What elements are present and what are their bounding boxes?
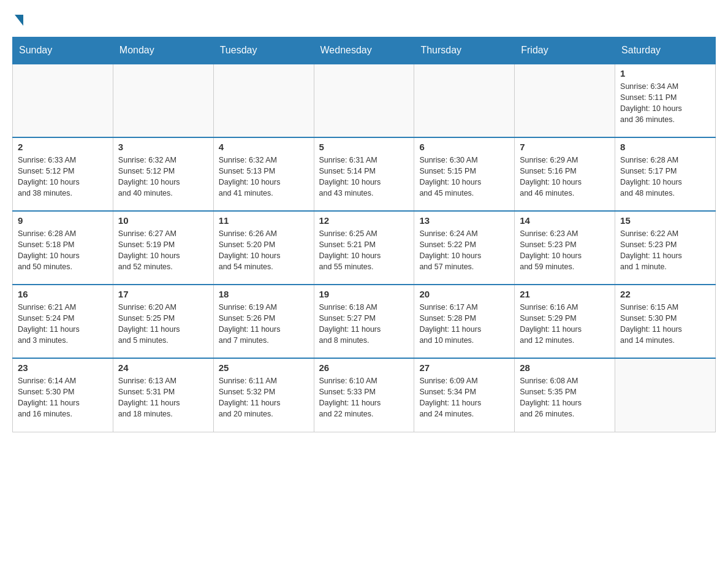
- calendar-cell: 14Sunrise: 6:23 AM Sunset: 5:23 PM Dayli…: [515, 211, 615, 285]
- calendar-week-5: 23Sunrise: 6:14 AM Sunset: 5:30 PM Dayli…: [13, 358, 716, 432]
- calendar-cell: 6Sunrise: 6:30 AM Sunset: 5:15 PM Daylig…: [414, 137, 515, 211]
- day-info: Sunrise: 6:32 AM Sunset: 5:13 PM Dayligh…: [219, 155, 309, 199]
- day-number: 11: [219, 215, 309, 226]
- day-number: 5: [319, 142, 409, 152]
- calendar-cell: 4Sunrise: 6:32 AM Sunset: 5:13 PM Daylig…: [213, 137, 314, 211]
- day-info: Sunrise: 6:32 AM Sunset: 5:12 PM Dayligh…: [118, 155, 208, 199]
- day-info: Sunrise: 6:13 AM Sunset: 5:31 PM Dayligh…: [118, 375, 208, 420]
- calendar-cell: [113, 64, 213, 137]
- day-info: Sunrise: 6:10 AM Sunset: 5:33 PM Dayligh…: [319, 375, 409, 420]
- day-header-sunday: Sunday: [13, 37, 113, 64]
- day-number: 14: [520, 215, 610, 226]
- day-info: Sunrise: 6:33 AM Sunset: 5:12 PM Dayligh…: [18, 155, 108, 199]
- calendar-cell: 24Sunrise: 6:13 AM Sunset: 5:31 PM Dayli…: [113, 358, 213, 432]
- calendar-cell: 10Sunrise: 6:27 AM Sunset: 5:19 PM Dayli…: [113, 211, 213, 285]
- calendar-cell: 22Sunrise: 6:15 AM Sunset: 5:30 PM Dayli…: [615, 285, 716, 358]
- day-number: 26: [319, 362, 409, 373]
- calendar-cell: 16Sunrise: 6:21 AM Sunset: 5:24 PM Dayli…: [13, 285, 113, 358]
- day-info: Sunrise: 6:24 AM Sunset: 5:22 PM Dayligh…: [419, 228, 509, 273]
- calendar-cell: 12Sunrise: 6:25 AM Sunset: 5:21 PM Dayli…: [314, 211, 414, 285]
- day-info: Sunrise: 6:14 AM Sunset: 5:30 PM Dayligh…: [18, 375, 108, 420]
- day-number: 3: [118, 142, 208, 152]
- calendar-cell: 5Sunrise: 6:31 AM Sunset: 5:14 PM Daylig…: [314, 137, 414, 211]
- calendar-cell: 19Sunrise: 6:18 AM Sunset: 5:27 PM Dayli…: [314, 285, 414, 358]
- day-info: Sunrise: 6:20 AM Sunset: 5:25 PM Dayligh…: [118, 302, 208, 347]
- calendar-cell: 9Sunrise: 6:28 AM Sunset: 5:18 PM Daylig…: [13, 211, 113, 285]
- calendar-cell: [213, 64, 314, 137]
- day-number: 15: [620, 215, 710, 226]
- day-info: Sunrise: 6:21 AM Sunset: 5:24 PM Dayligh…: [18, 302, 108, 347]
- calendar-week-4: 16Sunrise: 6:21 AM Sunset: 5:24 PM Dayli…: [13, 285, 716, 358]
- calendar-cell: 28Sunrise: 6:08 AM Sunset: 5:35 PM Dayli…: [515, 358, 615, 432]
- day-info: Sunrise: 6:28 AM Sunset: 5:17 PM Dayligh…: [620, 155, 710, 199]
- day-number: 25: [219, 362, 309, 373]
- calendar-cell: [414, 64, 515, 137]
- calendar-cell: 7Sunrise: 6:29 AM Sunset: 5:16 PM Daylig…: [515, 137, 615, 211]
- calendar-cell: 2Sunrise: 6:33 AM Sunset: 5:12 PM Daylig…: [13, 137, 113, 211]
- day-header-monday: Monday: [113, 37, 213, 64]
- day-header-wednesday: Wednesday: [314, 37, 414, 64]
- day-info: Sunrise: 6:26 AM Sunset: 5:20 PM Dayligh…: [219, 228, 309, 273]
- day-header-friday: Friday: [515, 37, 615, 64]
- day-info: Sunrise: 6:22 AM Sunset: 5:23 PM Dayligh…: [620, 228, 710, 273]
- day-number: 23: [18, 362, 108, 373]
- day-info: Sunrise: 6:28 AM Sunset: 5:18 PM Dayligh…: [18, 228, 108, 273]
- day-number: 9: [18, 215, 108, 226]
- calendar-cell: [515, 64, 615, 137]
- day-number: 24: [118, 362, 208, 373]
- calendar-body: 1Sunrise: 6:34 AM Sunset: 5:11 PM Daylig…: [13, 64, 716, 432]
- day-number: 20: [419, 289, 509, 299]
- day-header-saturday: Saturday: [615, 37, 716, 64]
- day-info: Sunrise: 6:17 AM Sunset: 5:28 PM Dayligh…: [419, 302, 509, 347]
- calendar-cell: 17Sunrise: 6:20 AM Sunset: 5:25 PM Dayli…: [113, 285, 213, 358]
- day-number: 8: [620, 142, 710, 152]
- day-number: 7: [520, 142, 610, 152]
- calendar-cell: 23Sunrise: 6:14 AM Sunset: 5:30 PM Dayli…: [13, 358, 113, 432]
- calendar-week-1: 1Sunrise: 6:34 AM Sunset: 5:11 PM Daylig…: [13, 64, 716, 137]
- calendar-week-3: 9Sunrise: 6:28 AM Sunset: 5:18 PM Daylig…: [13, 211, 716, 285]
- calendar-cell: 20Sunrise: 6:17 AM Sunset: 5:28 PM Dayli…: [414, 285, 515, 358]
- day-info: Sunrise: 6:31 AM Sunset: 5:14 PM Dayligh…: [319, 155, 409, 199]
- day-info: Sunrise: 6:18 AM Sunset: 5:27 PM Dayligh…: [319, 302, 409, 347]
- logo-arrow-icon: [15, 15, 23, 26]
- day-info: Sunrise: 6:34 AM Sunset: 5:11 PM Dayligh…: [620, 81, 710, 126]
- day-number: 12: [319, 215, 409, 226]
- day-number: 13: [419, 215, 509, 226]
- calendar-cell: 27Sunrise: 6:09 AM Sunset: 5:34 PM Dayli…: [414, 358, 515, 432]
- logo: [12, 12, 23, 25]
- day-number: 27: [419, 362, 509, 373]
- day-info: Sunrise: 6:19 AM Sunset: 5:26 PM Dayligh…: [219, 302, 309, 347]
- day-number: 22: [620, 289, 710, 299]
- day-info: Sunrise: 6:29 AM Sunset: 5:16 PM Dayligh…: [520, 155, 610, 199]
- day-number: 28: [520, 362, 610, 373]
- calendar-cell: [314, 64, 414, 137]
- day-info: Sunrise: 6:16 AM Sunset: 5:29 PM Dayligh…: [520, 302, 610, 347]
- calendar-table: SundayMondayTuesdayWednesdayThursdayFrid…: [12, 37, 716, 432]
- day-info: Sunrise: 6:11 AM Sunset: 5:32 PM Dayligh…: [219, 375, 309, 420]
- day-number: 6: [419, 142, 509, 152]
- calendar-cell: 8Sunrise: 6:28 AM Sunset: 5:17 PM Daylig…: [615, 137, 716, 211]
- day-number: 4: [219, 142, 309, 152]
- calendar-header: SundayMondayTuesdayWednesdayThursdayFrid…: [13, 37, 716, 64]
- day-info: Sunrise: 6:15 AM Sunset: 5:30 PM Dayligh…: [620, 302, 710, 347]
- day-info: Sunrise: 6:23 AM Sunset: 5:23 PM Dayligh…: [520, 228, 610, 273]
- calendar-cell: 26Sunrise: 6:10 AM Sunset: 5:33 PM Dayli…: [314, 358, 414, 432]
- days-of-week-row: SundayMondayTuesdayWednesdayThursdayFrid…: [13, 37, 716, 64]
- day-header-tuesday: Tuesday: [213, 37, 314, 64]
- calendar-cell: 21Sunrise: 6:16 AM Sunset: 5:29 PM Dayli…: [515, 285, 615, 358]
- day-number: 16: [18, 289, 108, 299]
- calendar-cell: 13Sunrise: 6:24 AM Sunset: 5:22 PM Dayli…: [414, 211, 515, 285]
- calendar-cell: 3Sunrise: 6:32 AM Sunset: 5:12 PM Daylig…: [113, 137, 213, 211]
- day-number: 2: [18, 142, 108, 152]
- day-number: 18: [219, 289, 309, 299]
- day-info: Sunrise: 6:27 AM Sunset: 5:19 PM Dayligh…: [118, 228, 208, 273]
- calendar-week-2: 2Sunrise: 6:33 AM Sunset: 5:12 PM Daylig…: [13, 137, 716, 211]
- day-info: Sunrise: 6:08 AM Sunset: 5:35 PM Dayligh…: [520, 375, 610, 420]
- day-info: Sunrise: 6:25 AM Sunset: 5:21 PM Dayligh…: [319, 228, 409, 273]
- day-number: 19: [319, 289, 409, 299]
- calendar-cell: 18Sunrise: 6:19 AM Sunset: 5:26 PM Dayli…: [213, 285, 314, 358]
- calendar-cell: 25Sunrise: 6:11 AM Sunset: 5:32 PM Dayli…: [213, 358, 314, 432]
- day-number: 1: [620, 68, 710, 79]
- day-number: 10: [118, 215, 208, 226]
- calendar-cell: 11Sunrise: 6:26 AM Sunset: 5:20 PM Dayli…: [213, 211, 314, 285]
